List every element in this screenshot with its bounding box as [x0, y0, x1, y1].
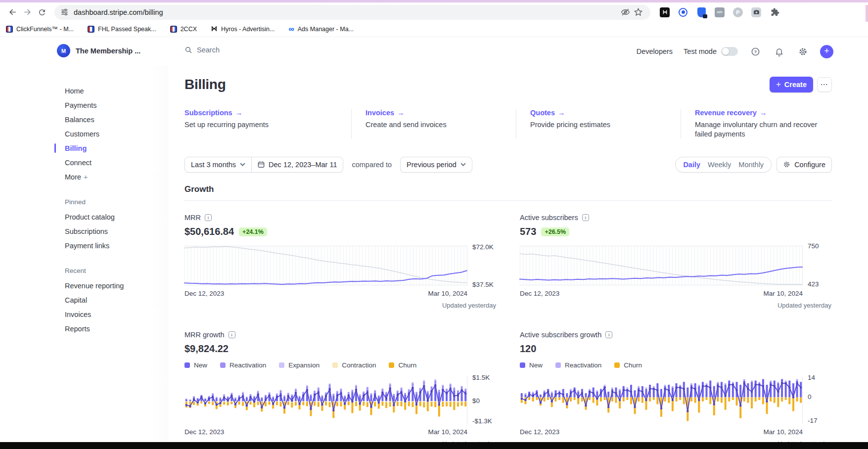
bookmark-item[interactable]: 2CCX — [170, 26, 197, 33]
granularity-daily[interactable]: Daily — [683, 161, 700, 169]
meta-icon: ∞ — [288, 26, 294, 33]
search-input[interactable]: Search — [184, 46, 220, 54]
shortcut-link-quotes[interactable]: Quotes→ — [530, 109, 565, 117]
sidebar-item-label: Payment links — [65, 242, 109, 250]
sidebar-item-more[interactable]: More+ — [0, 170, 168, 184]
test-mode-toggle[interactable] — [721, 47, 738, 56]
legend-swatch — [389, 362, 394, 368]
legend-label: Reactivation — [229, 361, 266, 369]
shortcut-description: Manage involuntary churn and recover fai… — [695, 120, 819, 139]
quick-create-button[interactable]: + — [820, 45, 833, 58]
sidebar-item-reports[interactable]: Reports — [0, 321, 168, 336]
sidebar-item-balances[interactable]: Balances — [0, 112, 168, 127]
stripe-app: M The Membership ... Search Developers T… — [0, 37, 868, 449]
date-range-preset-dropdown[interactable]: Last 3 months — [184, 157, 252, 173]
legend-swatch — [220, 362, 226, 368]
chevron-down-icon — [240, 163, 245, 166]
sidebar-item-label: Balances — [65, 116, 94, 124]
bookmark-label: 2CCX — [181, 26, 197, 33]
info-icon[interactable]: i — [228, 331, 235, 338]
active-subscribers-growth-chart[interactable]: 140-17 — [520, 376, 803, 424]
shortcut-card: Revenue recovery→Manage involuntary chur… — [681, 109, 832, 139]
shortcut-link-invoices[interactable]: Invoices→ — [365, 109, 405, 117]
legend-swatch — [332, 362, 338, 368]
password-shield-extension-icon[interactable] — [696, 7, 707, 18]
create-button[interactable]: + Create — [770, 77, 813, 92]
account-switcher[interactable]: M The Membership ... — [57, 44, 140, 57]
info-icon[interactable]: i — [582, 214, 589, 221]
shortcut-title-label: Invoices — [365, 109, 394, 117]
account-name: The Membership ... — [76, 47, 140, 55]
change-badge: +26.5% — [541, 227, 569, 236]
shortcut-card: Invoices→Create and send invoices — [351, 109, 516, 139]
plus-icon: + — [84, 173, 88, 181]
sidebar-item-capital[interactable]: Capital — [0, 293, 168, 307]
date-range-value: Dec 12, 2023–Mar 11 — [269, 161, 337, 169]
privacy-eye-off-icon[interactable] — [619, 6, 632, 19]
url-text[interactable]: dashboard.stripe.com/billing — [74, 8, 619, 16]
bookmark-item[interactable]: ClickFunnels™ - M... — [6, 26, 74, 33]
main-content: Billing + Create ··· Subscriptions→Set u… — [184, 66, 832, 449]
test-mode-label: Test mode — [684, 47, 717, 55]
sidebar-item-product-catalog[interactable]: Product catalog — [0, 210, 168, 224]
sidebar-item-payments[interactable]: Payments — [0, 98, 168, 112]
test-mode-control: Test mode — [684, 47, 738, 56]
section-title: Growth — [184, 184, 832, 201]
back-button[interactable] — [5, 5, 20, 20]
sidebar-item-customers[interactable]: Customers — [0, 127, 168, 141]
date-range-picker[interactable]: Dec 12, 2023–Mar 11 — [251, 157, 343, 173]
sidebar-item-revenue-reporting[interactable]: Revenue reporting — [0, 278, 168, 293]
overflow-menu-button[interactable]: ··· — [817, 77, 832, 92]
granularity-monthly[interactable]: Monthly — [738, 161, 764, 169]
sidebar-item-subscriptions[interactable]: Subscriptions — [0, 224, 168, 238]
shortcut-link-subscriptions[interactable]: Subscriptions→ — [184, 109, 242, 117]
metric-value: $50,616.84 — [184, 226, 234, 237]
screenshot-extension-icon[interactable] — [751, 7, 762, 18]
sidebar-item-payment-links[interactable]: Payment links — [0, 238, 168, 253]
y-axis-label: $0 — [472, 397, 480, 404]
granularity-weekly[interactable]: Weekly — [708, 161, 731, 169]
bookmark-star-icon[interactable] — [632, 6, 644, 19]
help-icon[interactable]: ? — [749, 45, 762, 58]
legend-item-new: New — [520, 361, 543, 369]
developers-link[interactable]: Developers — [637, 47, 673, 55]
extensions-puzzle-icon[interactable] — [769, 7, 780, 18]
gear-icon — [783, 161, 790, 168]
url-bar[interactable]: dashboard.stripe.com/billing — [54, 5, 650, 20]
bookmark-item[interactable]: FHL Passed Speak... — [88, 26, 156, 33]
sidebar-item-label: More — [65, 173, 81, 181]
devtools-extension-icon[interactable]: </> — [714, 7, 725, 18]
mrr-growth-chart[interactable]: $1.5K$0-$1.3K — [184, 376, 467, 424]
comparison-value: Previous period — [407, 161, 457, 169]
active-subscribers-chart[interactable]: 750423 — [520, 246, 803, 285]
bookmark-item[interactable]: ∞Ads Manager - Ma... — [288, 26, 354, 33]
sidebar-item-billing[interactable]: Billing — [0, 141, 168, 155]
shortcut-link-revenue-recovery[interactable]: Revenue recovery→ — [695, 109, 767, 117]
gear-icon[interactable] — [796, 45, 809, 58]
forward-button[interactable] — [20, 5, 35, 20]
arrow-right-icon: → — [760, 109, 767, 117]
info-icon[interactable]: i — [205, 214, 212, 221]
comparison-dropdown[interactable]: Previous period — [400, 157, 472, 173]
legend-swatch — [184, 362, 190, 368]
recorder-extension-icon[interactable] — [678, 7, 688, 18]
sidebar-item-connect[interactable]: Connect — [0, 155, 168, 170]
bookmarks-bar: ClickFunnels™ - M...FHL Passed Speak...2… — [0, 22, 868, 37]
range-label: Last 3 months — [191, 161, 236, 169]
configure-button[interactable]: Configure — [777, 157, 832, 173]
reload-button[interactable] — [35, 5, 49, 20]
sidebar-item-home[interactable]: Home — [0, 84, 168, 98]
site-settings-icon[interactable] — [60, 8, 69, 16]
utility-extension-icon[interactable]: P — [732, 7, 743, 18]
metric-label: Active subscribers growth — [520, 331, 601, 339]
bell-icon[interactable] — [773, 45, 785, 58]
bookmark-item[interactable]: Hyros - Advertisin... — [211, 25, 274, 34]
reload-icon — [38, 8, 46, 17]
sidebar-item-invoices[interactable]: Invoices — [0, 307, 168, 321]
mrr-chart[interactable]: $72.0K$37.5K — [184, 246, 467, 285]
change-badge: +24.1% — [239, 227, 267, 236]
hyros-extension-icon[interactable] — [659, 7, 670, 18]
active-subscribers-growth-legend: NewReactivationChurn — [520, 361, 831, 369]
legend-item-reactivation: Reactivation — [555, 361, 601, 369]
info-icon[interactable]: i — [605, 331, 612, 338]
